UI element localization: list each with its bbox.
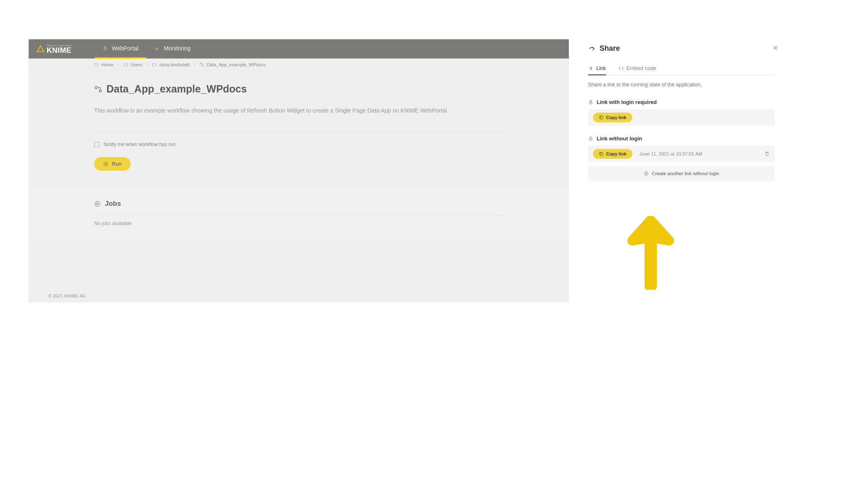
chevron-right-icon: › xyxy=(147,62,148,67)
jobs-title: Jobs xyxy=(105,200,121,208)
share-description: Share a link to the running state of the… xyxy=(588,82,775,88)
copy-icon xyxy=(599,151,604,156)
breadcrumb-home[interactable]: Home xyxy=(94,62,113,67)
share-tab-link[interactable]: Link xyxy=(588,62,606,75)
notify-row: Notify me when workflow has run xyxy=(94,142,503,147)
svg-point-4 xyxy=(104,162,108,166)
plus-circle-icon xyxy=(644,171,649,176)
workflow-icon xyxy=(199,62,204,67)
svg-rect-3 xyxy=(99,90,101,92)
folder-icon xyxy=(94,62,99,67)
share-panel: ✕ Share Link Embed code Share a link to … xyxy=(579,39,784,190)
link-login-header: Link with login required xyxy=(588,99,775,105)
svg-rect-9 xyxy=(600,153,603,155)
breadcrumb: Home › Users › daria.tombolelli › Data_A… xyxy=(29,59,569,71)
chevron-right-icon: › xyxy=(117,62,119,67)
knime-logo-icon xyxy=(36,45,45,54)
share-tab-embed[interactable]: Embed code xyxy=(618,62,656,75)
folder-icon xyxy=(152,62,157,67)
folder-icon xyxy=(123,62,128,67)
link-icon xyxy=(588,65,594,71)
page-title: Data_App_example_WPdocs xyxy=(106,83,247,95)
share-icon xyxy=(588,45,595,52)
nav-tab-monitoring[interactable]: Monitoring xyxy=(147,39,198,59)
divider xyxy=(94,215,503,216)
chevron-right-icon: › xyxy=(194,62,195,67)
svg-rect-0 xyxy=(200,63,201,64)
play-circle-icon xyxy=(94,201,101,207)
copy-link-login-button[interactable]: Copy link xyxy=(593,113,632,122)
unlock-icon xyxy=(588,136,593,141)
nav-tab-label: Monitoring xyxy=(164,45,190,52)
share-tabs: Link Embed code xyxy=(588,62,775,75)
workflow-description: This workflow is an example workflow sho… xyxy=(94,106,462,115)
play-circle-icon xyxy=(103,161,108,167)
notify-checkbox[interactable] xyxy=(94,142,99,147)
nav-tab-label: WebPortal xyxy=(112,45,138,52)
breadcrumb-user[interactable]: daria.tombolelli xyxy=(152,62,189,67)
nav-tabs: WebPortal Monitoring xyxy=(95,39,198,59)
code-icon xyxy=(618,65,624,71)
signal-icon xyxy=(155,45,160,51)
breadcrumb-current[interactable]: Data_App_example_WPdocs xyxy=(199,62,266,67)
create-another-link-button[interactable]: Create another link without login xyxy=(588,166,775,181)
app-window: Open for Innovation KNIME WebPortal Moni… xyxy=(29,39,569,302)
footer-copyright: © 2021 KNIME AG xyxy=(29,289,569,302)
svg-rect-2 xyxy=(95,86,97,88)
divider xyxy=(94,131,503,132)
svg-rect-6 xyxy=(589,102,592,104)
link-nologin-row: Copy link June 11, 2021 at 10:37:02 AM xyxy=(588,146,775,162)
link-nologin-header: Link without login xyxy=(588,135,775,142)
play-icon xyxy=(103,45,108,51)
svg-rect-1 xyxy=(203,65,204,66)
share-title: Share xyxy=(600,44,620,53)
trash-icon[interactable] xyxy=(764,151,770,157)
svg-point-5 xyxy=(95,201,100,206)
brand-logo[interactable]: Open for Innovation KNIME xyxy=(36,44,72,54)
main-content: Data_App_example_WPdocs This workflow is… xyxy=(29,71,569,302)
copy-link-nologin-button[interactable]: Copy link xyxy=(593,149,632,159)
notify-label: Notify me when workflow has run xyxy=(104,142,176,147)
close-icon[interactable]: ✕ xyxy=(773,44,778,52)
breadcrumb-users[interactable]: Users xyxy=(123,62,142,67)
copy-icon xyxy=(599,115,604,120)
link-login-row: Copy link xyxy=(588,109,775,126)
annotation-arrow-icon xyxy=(624,216,677,290)
top-nav: Open for Innovation KNIME WebPortal Moni… xyxy=(29,39,569,59)
nav-tab-webportal[interactable]: WebPortal xyxy=(95,39,147,59)
svg-rect-7 xyxy=(600,117,603,119)
jobs-section: Jobs No jobs available xyxy=(29,187,569,239)
brand-name: KNIME xyxy=(47,47,72,54)
svg-rect-8 xyxy=(589,138,592,140)
link-timestamp: June 11, 2021 at 10:37:02 AM xyxy=(640,151,764,156)
lock-icon xyxy=(588,99,593,105)
workflow-icon xyxy=(94,85,102,93)
run-button[interactable]: Run xyxy=(94,157,131,171)
no-jobs-message: No jobs available xyxy=(94,221,503,226)
